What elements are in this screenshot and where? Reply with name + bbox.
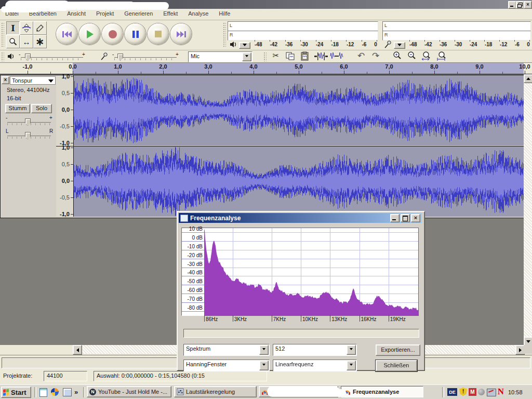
menu-item-analyse[interactable]: Analyse	[183, 9, 214, 19]
tray-m-badge-icon[interactable]: M	[469, 388, 476, 396]
solo-button[interactable]: Solo	[31, 104, 52, 113]
input-device-select[interactable]: Mic	[188, 51, 252, 62]
zoom-out-button[interactable]	[405, 51, 419, 62]
algorithm-dropdown-button[interactable]	[259, 345, 269, 355]
fit-selection-button[interactable]	[420, 51, 434, 62]
menu-item-effekt[interactable]: Effekt	[158, 9, 183, 19]
dialog-close-action-button[interactable]: Schließen	[376, 360, 417, 371]
window-restore-button[interactable]	[516, 1, 524, 9]
menu-item-projekt[interactable]: Projekt	[91, 9, 119, 19]
chevron-down-icon	[245, 55, 248, 59]
tray-language-indicator[interactable]: DE	[447, 388, 457, 396]
window-close-button[interactable]: ×	[524, 1, 532, 9]
zoom-tool-button[interactable]	[6, 35, 20, 48]
timeline-tick	[299, 71, 299, 74]
export-button[interactable]: Exportieren...	[376, 344, 420, 356]
dialog-minimize-button[interactable]	[390, 214, 400, 222]
meter-scale-number: -6	[515, 42, 520, 48]
dialog-titlebar[interactable]: Frequenzanalyse ×	[179, 213, 422, 223]
skip-to-start-button[interactable]	[56, 23, 77, 45]
quicklaunch-desktop-icon[interactable]	[63, 388, 72, 396]
skip-to-end-button[interactable]	[170, 23, 192, 45]
quicklaunch-document-icon[interactable]	[39, 388, 47, 397]
timeline-ruler[interactable]: -1,00,01,02,03,04,05,06,07,08,09,010,0	[0, 63, 532, 74]
dialog-close-button[interactable]: ×	[411, 214, 420, 222]
amplitude-tick	[71, 197, 73, 198]
record-button[interactable]	[102, 23, 123, 45]
multi-tool-button[interactable]: ∗	[33, 35, 47, 48]
db-axis-line	[182, 276, 205, 276]
taskbar-clock[interactable]: 10:58	[508, 389, 523, 395]
pause-button[interactable]	[125, 23, 146, 45]
input-volume-slider[interactable]: - +	[112, 51, 180, 61]
vertical-scrollbar[interactable]	[524, 74, 532, 345]
task-button-frequenzanalyse[interactable]: Frequenzanalyse	[341, 386, 423, 397]
envelope-tool-button[interactable]	[20, 21, 33, 35]
menu-item-generieren[interactable]: Generieren	[119, 9, 158, 19]
pan-slider[interactable]: L R	[6, 128, 52, 140]
tray-n-badge-icon[interactable]: N	[497, 387, 504, 396]
task-button-youtube[interactable]: N YouTube - Just Hold Me -...	[87, 386, 171, 397]
tray-display-icon[interactable]	[487, 389, 496, 396]
waveform-right-channel[interactable]	[74, 147, 524, 217]
scroll-left-button[interactable]	[73, 345, 82, 355]
axis-dropdown-button[interactable]	[347, 361, 356, 370]
selection-tool-button[interactable]: I	[6, 21, 20, 35]
timeshift-icon: ↔	[23, 37, 31, 46]
fit-project-button[interactable]	[435, 51, 450, 62]
silence-button[interactable]	[329, 51, 344, 62]
tray-security-shield-icon[interactable]: !	[459, 388, 467, 396]
trim-button[interactable]	[314, 51, 328, 62]
output-volume-slider[interactable]: - +	[19, 51, 86, 61]
toolbar-grip[interactable]	[1, 51, 4, 61]
window-minimize-button[interactable]	[508, 1, 516, 9]
toolbar-grip[interactable]	[263, 51, 267, 61]
cut-button[interactable]: ✂	[269, 51, 283, 62]
output-meter-right-label: R	[230, 32, 233, 37]
zoom-in-button[interactable]	[391, 51, 404, 62]
output-meter-dropdown[interactable]	[239, 42, 250, 49]
timeline-half-tick	[96, 72, 96, 74]
mute-button[interactable]: Stumm	[5, 104, 30, 113]
toolbar-grip[interactable]	[222, 22, 226, 48]
draw-tool-button[interactable]	[33, 21, 47, 35]
timeline-tick	[254, 71, 254, 74]
play-button[interactable]	[79, 23, 100, 45]
task-button-volume-control[interactable]: Lautstärkeregelung	[174, 386, 257, 397]
paste-button[interactable]	[298, 51, 312, 62]
dialog-maximize-button[interactable]	[401, 214, 410, 222]
quicklaunch-overflow-chevron[interactable]: »	[74, 388, 78, 396]
amplitude-tick	[71, 76, 73, 77]
toolbar-grip[interactable]	[1, 22, 4, 48]
window-function-dropdown-button[interactable]	[259, 361, 269, 370]
input-device-dropdown-button[interactable]	[242, 52, 251, 61]
amplitude-tick	[71, 214, 73, 215]
timeshift-tool-button[interactable]: ↔	[20, 35, 33, 48]
quicklaunch-mediaplayer-icon[interactable]	[51, 388, 59, 396]
main-toolbar: I ↔	[0, 20, 532, 50]
undo-button[interactable]: ↶	[354, 50, 368, 61]
algorithm-select[interactable]: Spektrum	[183, 344, 270, 356]
track-close-button[interactable]: ×	[2, 76, 9, 84]
fft-size-dropdown-button[interactable]	[347, 345, 356, 355]
input-meter[interactable]: L R -48-42-36-30-24-18-12-60	[382, 21, 532, 49]
stop-button[interactable]	[148, 23, 169, 45]
input-meter-dropdown[interactable]	[394, 42, 405, 49]
copy-button[interactable]	[284, 51, 297, 62]
axis-select[interactable]: Linearfrequenz	[273, 360, 357, 371]
track-title-dropdown[interactable]: Tonspur	[10, 76, 56, 85]
fft-size-select[interactable]: 512	[273, 344, 357, 356]
scroll-up-button[interactable]	[524, 74, 532, 83]
menu-item-hilfe[interactable]: Hilfe	[214, 9, 235, 19]
gain-slider[interactable]: - +	[6, 115, 52, 126]
waveform-left-channel[interactable]	[74, 75, 524, 145]
window-function-select[interactable]: HanningFenster	[183, 360, 270, 371]
db-axis-line	[182, 302, 205, 303]
volume-icon	[177, 388, 184, 395]
spectrum-plot[interactable]	[204, 228, 419, 316]
tray-volume-icon[interactable]	[478, 389, 485, 395]
output-meter[interactable]: L R -48-42-36-30-24-18-12-60	[228, 21, 378, 49]
axis-value: Linearfrequenz	[275, 361, 313, 367]
redo-button[interactable]: ↷	[369, 50, 382, 61]
start-button[interactable]: Start	[1, 387, 31, 398]
